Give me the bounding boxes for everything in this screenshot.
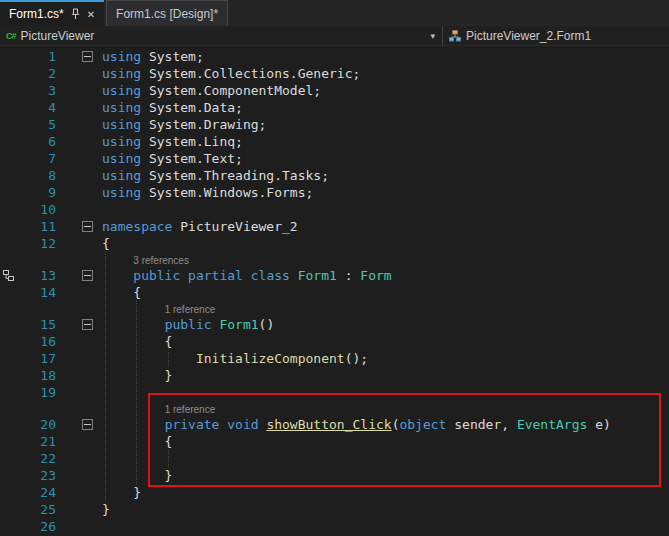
fold-collapse-button[interactable] [82,221,93,232]
code-text[interactable]: using System.ComponentModel; [96,82,669,99]
glyph-margin[interactable] [0,218,24,235]
glyph-margin[interactable] [0,518,24,535]
glyph-margin[interactable] [0,433,24,450]
code-text[interactable]: public partial class Form1 : Form [96,267,669,284]
glyph-margin[interactable] [0,484,24,501]
tab-form1-cs[interactable]: Form1.cs* ✕ [0,0,104,26]
pin-icon[interactable] [71,8,80,20]
code-line[interactable]: 8using System.Threading.Tasks; [0,167,669,184]
code-text[interactable]: using System.Collections.Generic; [96,65,669,82]
glyph-margin[interactable] [0,184,24,201]
fold-collapse-button[interactable] [82,319,93,330]
glyph-margin[interactable] [0,467,24,484]
code-line[interactable]: 19 [0,384,669,401]
glyph-margin[interactable] [0,150,24,167]
codelens-references[interactable]: 1 reference [165,404,216,415]
code-text[interactable]: } [96,501,669,518]
code-text[interactable]: using System.Threading.Tasks; [96,167,669,184]
code-line[interactable]: 2using System.Collections.Generic; [0,65,669,82]
code-line[interactable]: 13 public partial class Form1 : Form [0,267,669,284]
code-text[interactable] [96,201,669,218]
code-text[interactable]: private void showButton_Click(object sen… [96,416,669,433]
code-text[interactable]: using System; [96,48,669,65]
glyph-margin[interactable] [0,235,24,252]
code-line[interactable]: 20 private void showButton_Click(object … [0,416,669,433]
glyph-margin[interactable] [0,401,24,416]
code-line[interactable]: 10 [0,201,669,218]
code-line[interactable]: 16 { [0,333,669,350]
code-editor[interactable]: 1using System;2using System.Collections.… [0,46,669,536]
code-text[interactable] [96,450,669,467]
code-text[interactable]: { [96,333,669,350]
code-line[interactable]: 17 InitializeComponent(); [0,350,669,367]
code-line[interactable]: 23 } [0,467,669,484]
glyph-margin[interactable] [0,133,24,150]
code-text[interactable]: } [96,367,669,384]
glyph-margin[interactable] [0,333,24,350]
code-line[interactable]: 9using System.Windows.Forms; [0,184,669,201]
code-text[interactable]: { [96,284,669,301]
code-text[interactable]: using System.Linq; [96,133,669,150]
code-text[interactable]: { [96,235,669,252]
code-text[interactable]: using System.Text; [96,150,669,167]
glyph-margin[interactable] [0,267,24,284]
inheritance-icon[interactable] [2,269,15,282]
glyph-margin[interactable] [0,316,24,333]
member-dropdown[interactable]: PictureViewer_2.Form1 [443,26,669,45]
code-line[interactable]: 24 } [0,484,669,501]
code-line[interactable]: 1using System; [0,48,669,65]
code-line[interactable]: 15 public Form1() [0,316,669,333]
code-text[interactable]: InitializeComponent(); [96,350,669,367]
code-line[interactable]: 14 { [0,284,669,301]
code-text[interactable]: using System.Data; [96,99,669,116]
code-text[interactable]: namespace PictureViewer_2 [96,218,669,235]
code-text[interactable]: { [96,433,669,450]
code-line[interactable]: 3using System.ComponentModel; [0,82,669,99]
glyph-margin[interactable] [0,65,24,82]
close-icon[interactable]: ✕ [87,9,95,20]
glyph-margin[interactable] [0,450,24,467]
tab-form1-design[interactable]: Form1.cs [Design]* [106,0,228,26]
code-text[interactable]: public Form1() [96,316,669,333]
code-line[interactable]: 21 { [0,433,669,450]
code-text[interactable]: using System.Drawing; [96,116,669,133]
code-line[interactable]: 18 } [0,367,669,384]
code-line[interactable]: 22 [0,450,669,467]
line-number: 13 [24,267,56,284]
code-text[interactable]: } [96,484,669,501]
code-text[interactable] [96,384,669,401]
glyph-margin[interactable] [0,350,24,367]
glyph-margin[interactable] [0,99,24,116]
glyph-margin[interactable] [0,252,24,267]
glyph-margin[interactable] [0,48,24,65]
fold-collapse-button[interactable] [82,419,93,430]
code-line[interactable]: 5using System.Drawing; [0,116,669,133]
glyph-margin[interactable] [0,82,24,99]
code-line[interactable]: 6using System.Linq; [0,133,669,150]
glyph-margin[interactable] [0,116,24,133]
code-line[interactable]: 25} [0,501,669,518]
glyph-margin[interactable] [0,501,24,518]
glyph-margin[interactable] [0,201,24,218]
fold-collapse-button[interactable] [82,270,93,281]
outlining-margin [82,350,96,367]
glyph-margin[interactable] [0,167,24,184]
code-line[interactable]: 4using System.Data; [0,99,669,116]
code-line[interactable]: 12{ [0,235,669,252]
glyph-margin[interactable] [0,301,24,316]
codelens-references[interactable]: 3 references [133,255,189,266]
code-text[interactable] [96,518,669,535]
fold-collapse-button[interactable] [82,51,93,62]
glyph-margin[interactable] [0,384,24,401]
project-dropdown[interactable]: C# PictureViewer ▾ [0,26,443,45]
glyph-margin[interactable] [0,284,24,301]
code-line[interactable]: 7using System.Text; [0,150,669,167]
codelens-references[interactable]: 1 reference [165,304,216,315]
glyph-margin[interactable] [0,416,24,433]
code-line[interactable]: 11namespace PictureViewer_2 [0,218,669,235]
chevron-down-icon[interactable]: ▾ [430,31,438,41]
code-text[interactable]: } [96,467,669,484]
code-text[interactable]: using System.Windows.Forms; [96,184,669,201]
glyph-margin[interactable] [0,367,24,384]
code-line[interactable]: 26 [0,518,669,535]
